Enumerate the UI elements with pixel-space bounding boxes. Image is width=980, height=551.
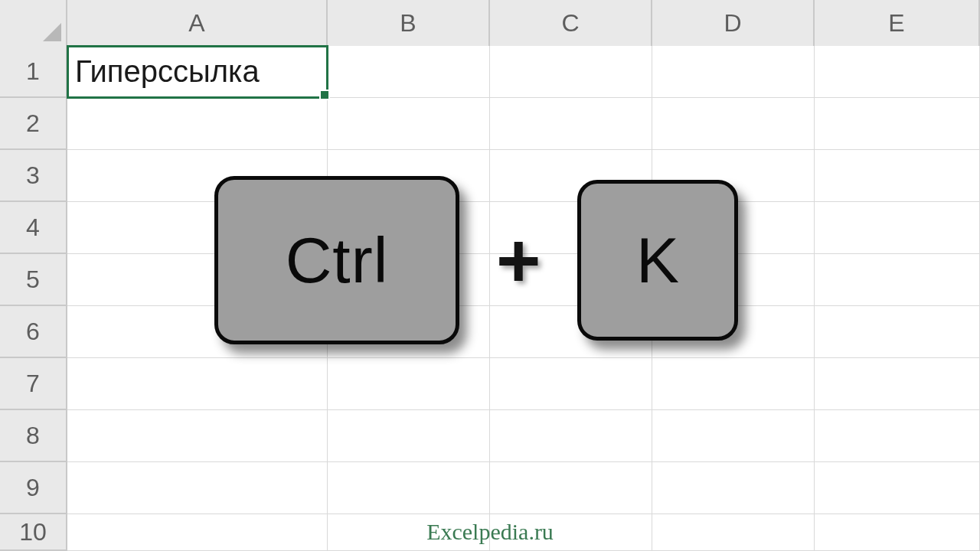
- cell-e3[interactable]: [815, 150, 980, 202]
- cell-b2[interactable]: [328, 98, 490, 150]
- column-header-c[interactable]: C: [490, 0, 652, 46]
- cell-e7[interactable]: [815, 358, 980, 410]
- column-header-a[interactable]: A: [67, 0, 328, 46]
- cell-a10[interactable]: [67, 514, 328, 551]
- cell-c9[interactable]: [490, 462, 652, 514]
- plus-icon: +: [496, 217, 541, 305]
- cell-b1[interactable]: [328, 46, 490, 98]
- row-header-8[interactable]: 8: [0, 410, 67, 462]
- cell-d7[interactable]: [652, 358, 815, 410]
- cell-e10[interactable]: [815, 514, 980, 551]
- cell-a2[interactable]: [67, 98, 328, 150]
- cell-d1[interactable]: [652, 46, 815, 98]
- cell-a8[interactable]: [67, 410, 328, 462]
- cell-a1[interactable]: Гиперссылка: [67, 46, 328, 98]
- cell-d10[interactable]: [652, 514, 815, 551]
- row-8: [67, 410, 980, 462]
- cell-d9[interactable]: [652, 462, 815, 514]
- cell-c7[interactable]: [490, 358, 652, 410]
- cell-b9[interactable]: [328, 462, 490, 514]
- cell-e6[interactable]: [815, 306, 980, 358]
- keyboard-shortcut-overlay: Ctrl + K: [214, 176, 738, 344]
- row-header-6[interactable]: 6: [0, 306, 67, 358]
- cell-a9[interactable]: [67, 462, 328, 514]
- row-headers: 1 2 3 4 5 6 7 8 9 10: [0, 46, 67, 551]
- row-7: [67, 358, 980, 410]
- cell-b7[interactable]: [328, 358, 490, 410]
- watermark-text: Excelpedia.ru: [426, 519, 554, 545]
- cell-c2[interactable]: [490, 98, 652, 150]
- column-header-d[interactable]: D: [652, 0, 815, 46]
- cell-c8[interactable]: [490, 410, 652, 462]
- row-header-10[interactable]: 10: [0, 514, 67, 551]
- row-9: [67, 462, 980, 514]
- row-header-4[interactable]: 4: [0, 202, 67, 254]
- ctrl-key-icon: Ctrl: [214, 176, 459, 344]
- row-header-9[interactable]: 9: [0, 462, 67, 514]
- cell-e1[interactable]: [815, 46, 980, 98]
- cell-e8[interactable]: [815, 410, 980, 462]
- cell-e5[interactable]: [815, 254, 980, 306]
- column-header-b[interactable]: B: [328, 0, 490, 46]
- k-key-icon: K: [577, 180, 738, 341]
- row-header-2[interactable]: 2: [0, 98, 67, 150]
- row-header-3[interactable]: 3: [0, 150, 67, 202]
- cell-d2[interactable]: [652, 98, 815, 150]
- row-2: [67, 98, 980, 150]
- cell-e9[interactable]: [815, 462, 980, 514]
- cell-e2[interactable]: [815, 98, 980, 150]
- row-header-1[interactable]: 1: [0, 46, 67, 98]
- cell-c1[interactable]: [490, 46, 652, 98]
- row-header-7[interactable]: 7: [0, 358, 67, 410]
- row-1: Гиперссылка: [67, 46, 980, 98]
- cell-e4[interactable]: [815, 202, 980, 254]
- cell-a7[interactable]: [67, 358, 328, 410]
- column-header-e[interactable]: E: [815, 0, 980, 46]
- cell-d8[interactable]: [652, 410, 815, 462]
- select-all-corner[interactable]: [0, 0, 67, 46]
- column-headers: A B C D E: [0, 0, 980, 46]
- row-header-5[interactable]: 5: [0, 254, 67, 306]
- cell-b8[interactable]: [328, 410, 490, 462]
